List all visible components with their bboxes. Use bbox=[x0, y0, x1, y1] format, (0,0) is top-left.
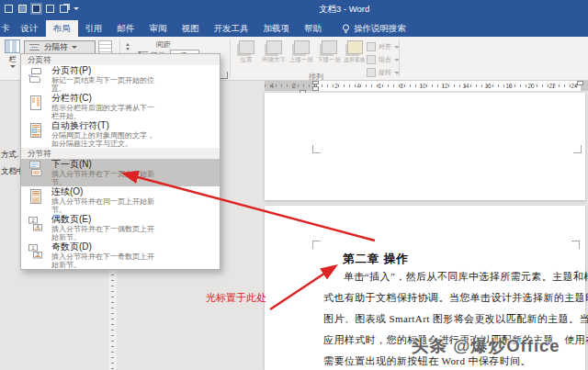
ruler-text-area bbox=[316, 81, 581, 91]
selection-pane-label: 选择窗格 bbox=[344, 56, 365, 63]
ruler-number: 2 bbox=[292, 83, 296, 89]
repeat-icon[interactable] bbox=[60, 5, 68, 13]
tab-help[interactable]: 帮助 bbox=[297, 20, 329, 37]
grid-icon[interactable] bbox=[5, 5, 13, 13]
paragraph-dialog-launcher[interactable] bbox=[220, 72, 228, 79]
title-bar: 文档3 - Word bbox=[0, 0, 588, 20]
rotate-icon bbox=[367, 68, 376, 77]
tab-layout[interactable]: 布局 bbox=[46, 20, 78, 37]
continuous-icon bbox=[28, 187, 46, 214]
page-breaks-section-header: 分页符 bbox=[21, 54, 220, 65]
group-separator bbox=[230, 39, 231, 77]
paragraph-line: 单击“插入”，然后从不同库中选择所需元素。主题和样 bbox=[323, 266, 588, 287]
margin-corner-mark bbox=[571, 241, 580, 249]
tell-me-search[interactable]: 操作说明搜索 bbox=[342, 20, 406, 37]
ruler-number: 14 bbox=[462, 83, 469, 89]
wrap-text-label: 环绕文字 bbox=[262, 56, 286, 64]
cursor-note-label: 光标置于此处 bbox=[206, 291, 266, 305]
selection-pane-button[interactable]: 选择窗格 bbox=[344, 40, 366, 73]
ribbon-tab-bar: 卡 设计 布局 引用 邮件 审阅 视图 开发工具 加载项 帮助 操作说明搜索 bbox=[0, 20, 588, 37]
paragraph-line: 图片、图表或 SmartArt 图形将会更改以匹配新的主题。当 bbox=[323, 308, 588, 330]
ruler-number: 2 bbox=[334, 83, 338, 89]
tab-design[interactable]: 设计 bbox=[14, 20, 46, 37]
svg-text:1: 1 bbox=[32, 245, 35, 251]
bring-forward-button[interactable]: 上移一层 bbox=[288, 40, 314, 73]
menu-item-page-break[interactable]: 分页符(P) 标记一页结束与下一页开始的位置。 bbox=[21, 65, 220, 93]
menu-item-next-page[interactable]: 下一页(N) 插入分节符并在下一页上开始新节。 bbox=[21, 159, 220, 186]
align-label: 对齐 bbox=[379, 42, 391, 51]
column-break-icon bbox=[28, 94, 46, 120]
right-indent-marker[interactable] bbox=[577, 81, 583, 85]
qat-customize-icon[interactable] bbox=[74, 7, 79, 10]
ruler-number: 10 bbox=[419, 83, 425, 89]
page-break-icon bbox=[28, 43, 40, 51]
rotate-label: 旋转 bbox=[379, 68, 391, 77]
menu-item-column-break[interactable]: 分栏符(C) 指示分栏符后面的文字将从下一栏开始。 bbox=[21, 93, 220, 120]
word-window: 文档3 - Word 卡 设计 布局 引用 邮件 审阅 视图 开发工具 加载项 … bbox=[0, 0, 588, 370]
send-backward-label: 下移一层 bbox=[317, 56, 341, 64]
section-breaks-section-header: 分节符 bbox=[21, 148, 220, 159]
odd-page-icon: 1 3 bbox=[28, 242, 46, 269]
margin-corner-mark bbox=[573, 145, 582, 153]
first-line-indent-marker[interactable] bbox=[312, 81, 319, 84]
page-2[interactable]: 第二章 操作 单击“插入”，然后从不同库中选择所需元素。主题和样 式也有助于文档… bbox=[265, 206, 585, 370]
ruler-number: 8 bbox=[400, 83, 403, 89]
position-label: 位置 bbox=[241, 56, 253, 64]
group-button[interactable]: 组合 bbox=[367, 55, 400, 64]
tab-review[interactable]: 审阅 bbox=[142, 20, 175, 37]
tab-developer[interactable]: 开发工具 bbox=[207, 20, 256, 37]
chevron-down-icon bbox=[72, 46, 77, 49]
columns-label: 栏 bbox=[9, 54, 17, 64]
wrap-text-button[interactable]: 环绕文字 bbox=[261, 40, 287, 73]
menu-item-odd-page[interactable]: 1 3 奇数页(D) 插入分节符并在下一奇数页上开始新节。 bbox=[21, 241, 220, 269]
bring-forward-icon bbox=[294, 40, 310, 54]
left-indent-marker[interactable] bbox=[312, 86, 319, 91]
tab-mailings[interactable]: 邮件 bbox=[110, 20, 142, 37]
chevron-down-icon bbox=[10, 65, 16, 68]
lightbulb-icon bbox=[342, 24, 350, 34]
bring-forward-label: 上移一层 bbox=[289, 56, 313, 64]
group-icon bbox=[367, 55, 376, 64]
svg-text:4: 4 bbox=[37, 224, 40, 230]
ruler-number: 20 bbox=[527, 83, 534, 89]
ruler-number: 22 bbox=[548, 83, 555, 89]
breaks-button[interactable]: 分隔符 bbox=[24, 40, 96, 54]
menu-item-continuous[interactable]: 连续(O) 插入分节符并在同一页上开始新节。 bbox=[21, 186, 220, 214]
indent-left-stepper[interactable] bbox=[126, 43, 130, 50]
group-separator bbox=[399, 39, 400, 77]
menu-item-text-wrapping-break[interactable]: 自动换行符(T) 分隔网页上的对象周围的文字，如分隔题注文字与正文。 bbox=[21, 120, 220, 148]
align-icon bbox=[367, 42, 376, 51]
svg-text:2: 2 bbox=[32, 218, 35, 223]
tab-view[interactable]: 视图 bbox=[175, 20, 207, 37]
tab-partial[interactable]: 卡 bbox=[0, 20, 14, 37]
align-button[interactable]: 对齐 bbox=[367, 42, 400, 51]
ruler-number: 4 bbox=[270, 83, 274, 89]
page-break-icon bbox=[28, 66, 46, 93]
menu-item-even-page[interactable]: 2 4 偶数页(E) 插入分节符并在下一偶数页上开始新节。 bbox=[21, 214, 220, 241]
undo-icon[interactable] bbox=[46, 5, 54, 13]
breaks-label: 分隔符 bbox=[44, 42, 68, 53]
group-label: 组合 bbox=[379, 55, 391, 64]
columns-icon bbox=[5, 39, 20, 53]
cropped-text-fragment: 方式. bbox=[1, 150, 18, 161]
svg-text:3: 3 bbox=[37, 252, 40, 257]
ruler-number: 16 bbox=[484, 83, 491, 89]
quick-access-toolbar bbox=[5, 5, 79, 13]
page-1[interactable] bbox=[265, 93, 585, 200]
spacing-group-label: 间距 bbox=[156, 39, 171, 50]
position-button[interactable]: 位置 bbox=[233, 40, 259, 73]
touch-mouse-mode-icon[interactable] bbox=[32, 5, 40, 13]
wrap-text-icon bbox=[266, 40, 282, 54]
send-backward-button[interactable]: 下移一层 bbox=[316, 40, 342, 73]
watermark: 头条 @爆炒Office bbox=[412, 334, 560, 357]
tab-addins[interactable]: 加载项 bbox=[256, 20, 298, 37]
document-title: 文档3 - Word bbox=[319, 4, 369, 16]
tell-me-label: 操作说明搜索 bbox=[354, 20, 406, 37]
even-page-icon: 2 4 bbox=[28, 215, 46, 241]
tab-references[interactable]: 引用 bbox=[78, 20, 110, 37]
ruler-number: 18 bbox=[505, 83, 512, 89]
save-icon[interactable] bbox=[18, 5, 27, 13]
ruler-number: 4 bbox=[356, 83, 360, 89]
selection-pane-icon bbox=[347, 40, 363, 54]
rotate-button[interactable]: 旋转 bbox=[367, 68, 400, 77]
